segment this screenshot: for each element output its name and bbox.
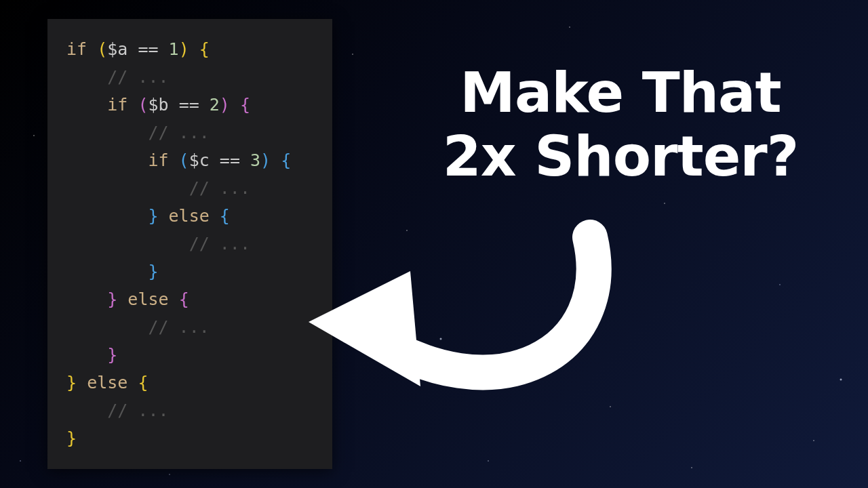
var-c: $c xyxy=(189,150,210,170)
num-3: 3 xyxy=(250,150,260,170)
headline-text: Make That 2x Shorter? xyxy=(387,61,854,189)
comment: // ... xyxy=(107,67,168,87)
num-1: 1 xyxy=(169,39,179,59)
code-snippet-card: if ($a == 1) { // ... if ($b == 2) { // … xyxy=(47,19,332,469)
kw-if: if xyxy=(66,39,87,59)
headline-line2: 2x Shorter? xyxy=(387,125,854,188)
var-a: $a xyxy=(107,39,127,59)
var-b: $b xyxy=(148,95,168,115)
num-2: 2 xyxy=(210,95,220,115)
headline-line1: Make That xyxy=(387,61,854,125)
